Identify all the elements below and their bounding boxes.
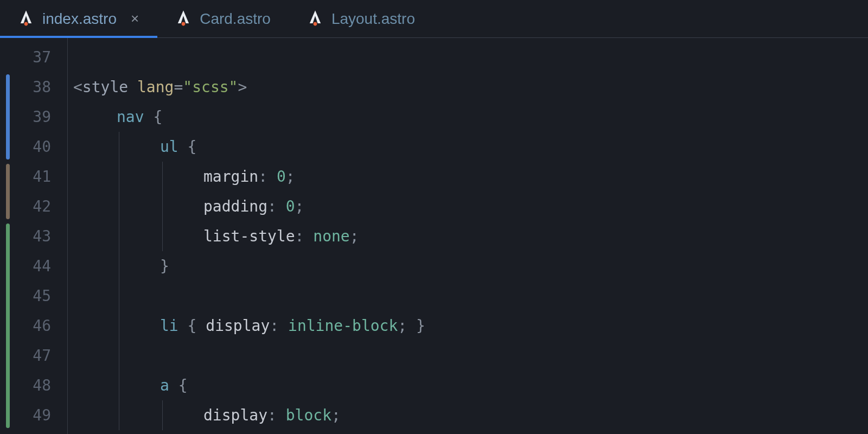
code-line[interactable]: }	[73, 251, 868, 281]
indent-guide	[162, 192, 163, 221]
tab-index-astro[interactable]: index.astro×	[0, 0, 157, 37]
token-str: "scss"	[183, 78, 238, 96]
editor: 37383940414243444546474849 <style lang="…	[0, 38, 868, 434]
code-line[interactable]	[73, 281, 868, 311]
line-number: 47	[11, 341, 67, 371]
token-text	[279, 317, 288, 335]
token-punc: :	[267, 406, 277, 424]
token-prop: display	[203, 406, 267, 424]
token-text	[196, 317, 206, 335]
token-text	[277, 406, 286, 424]
line-number: 40	[11, 132, 67, 162]
code-line[interactable]: li { display: inline-block; }	[73, 311, 868, 341]
indent-guide	[162, 221, 163, 251]
code-line[interactable]	[73, 341, 868, 371]
token-val: none	[313, 227, 349, 245]
token-punc: <	[73, 78, 82, 96]
indent-guide	[162, 400, 163, 430]
token-text	[178, 317, 188, 335]
token-punc: {	[188, 317, 197, 335]
token-punc: >	[238, 78, 247, 96]
code-line[interactable]: nav {	[73, 102, 868, 132]
code-line[interactable]: <style lang="scss">	[73, 72, 868, 102]
indent-guide	[119, 371, 119, 400]
line-number: 45	[11, 281, 67, 311]
token-punc: }	[416, 317, 425, 335]
tab-label: Layout.astro	[331, 10, 415, 28]
token-text	[144, 108, 154, 126]
line-number: 49	[11, 400, 67, 430]
code-line[interactable]: display: block;	[73, 400, 868, 430]
code-area[interactable]: <style lang="scss">nav {ul {margin: 0;pa…	[68, 38, 868, 434]
indent-guide	[119, 251, 119, 281]
token-text	[169, 376, 178, 394]
token-punc: {	[153, 108, 162, 126]
token-punc: =	[174, 78, 183, 96]
code-line[interactable]	[73, 42, 868, 72]
token-prop: padding	[203, 197, 267, 215]
token-punc: :	[270, 317, 279, 335]
line-number: 48	[11, 371, 67, 400]
token-val: block	[286, 406, 331, 424]
close-icon[interactable]: ×	[131, 10, 139, 27]
token-punc: ;	[331, 406, 341, 424]
token-text	[267, 168, 277, 186]
token-sel: ul	[160, 138, 178, 156]
token-punc: {	[178, 376, 188, 394]
code-line[interactable]: margin: 0;	[73, 162, 868, 192]
token-punc: ;	[295, 197, 304, 215]
diff-marker	[6, 164, 10, 219]
diff-marker	[6, 74, 10, 159]
token-prop: margin	[203, 168, 258, 186]
code-line[interactable]: ul {	[73, 132, 868, 162]
code-line[interactable]: a {	[73, 371, 868, 400]
indent-guide	[119, 400, 119, 430]
token-sel: a	[160, 376, 169, 394]
line-number: 44	[11, 251, 67, 281]
line-number: 39	[11, 102, 67, 132]
token-punc: }	[160, 257, 169, 275]
line-number: 37	[11, 42, 67, 72]
astro-icon	[308, 10, 323, 28]
token-text	[304, 227, 313, 245]
line-number-gutter: 37383940414243444546474849	[11, 38, 68, 434]
astro-icon	[18, 10, 34, 28]
astro-icon	[176, 10, 191, 28]
token-punc: :	[258, 168, 267, 186]
token-text	[128, 78, 137, 96]
line-number: 38	[11, 72, 67, 102]
indent-guide	[119, 192, 119, 221]
indent-guide	[119, 341, 119, 371]
line-number: 42	[11, 192, 67, 221]
token-sel: nav	[117, 108, 144, 126]
token-text	[277, 197, 286, 215]
code-line[interactable]: list-style: none;	[73, 221, 868, 251]
line-number: 41	[11, 162, 67, 192]
token-text	[178, 138, 188, 156]
tab-label: index.astro	[42, 10, 117, 28]
line-number: 43	[11, 221, 67, 251]
indent-guide	[119, 221, 119, 251]
token-sel: li	[160, 317, 178, 335]
tab-layout-astro[interactable]: Layout.astro	[289, 0, 433, 37]
tab-card-astro[interactable]: Card.astro	[157, 0, 289, 37]
indent-guide	[119, 162, 119, 192]
token-punc: ;	[286, 168, 295, 186]
diff-gutter	[0, 38, 11, 434]
tab-bar: index.astro× Card.astro Layout.astro	[0, 0, 868, 38]
token-tag: style	[82, 78, 128, 96]
code-line[interactable]: padding: 0;	[73, 192, 868, 221]
indent-guide	[119, 132, 119, 162]
token-val: inline-block	[288, 317, 398, 335]
token-num: 0	[277, 168, 286, 186]
token-punc: :	[267, 197, 277, 215]
token-punc: ;	[350, 227, 359, 245]
token-punc: ;	[398, 317, 407, 335]
tab-label: Card.astro	[200, 10, 271, 28]
token-punc: :	[295, 227, 304, 245]
indent-guide	[119, 311, 119, 341]
indent-guide	[119, 281, 119, 311]
token-punc: {	[188, 138, 197, 156]
token-attr: lang	[137, 78, 174, 96]
line-number: 46	[11, 311, 67, 341]
